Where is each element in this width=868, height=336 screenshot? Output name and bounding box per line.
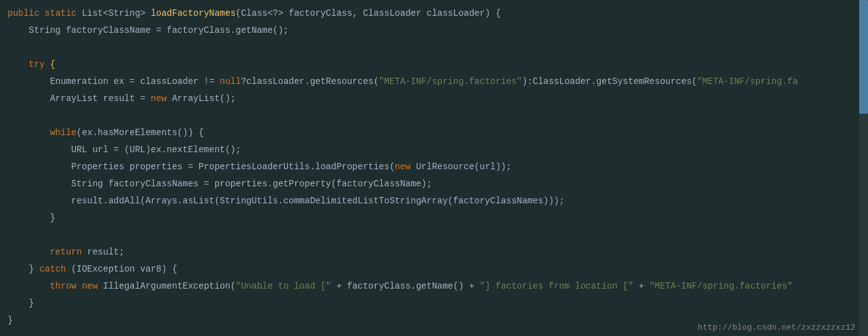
code-line-6: ArrayList result = new ArrayList(); — [0, 90, 868, 107]
watermark: http://blog.csdn.net/zxzzxzzxz12 — [698, 323, 855, 332]
code-line-5: Enumeration ex = classLoader != null?cla… — [0, 73, 868, 90]
code-line-17: throw new IllegalArgumentException("Unab… — [0, 278, 868, 295]
code-line-10: Properties properties = PropertiesLoader… — [0, 159, 868, 176]
code-line-1: public static List<String> loadFactoryNa… — [0, 5, 868, 22]
code-line-12: result.addAll(Arrays.asList(StringUtils.… — [0, 193, 868, 210]
code-line-11: String factoryClassNames = properties.ge… — [0, 176, 868, 193]
code-line-2: String factoryClassName = factoryClass.g… — [0, 22, 868, 39]
code-line-16: } catch (IOException var8) { — [0, 261, 868, 278]
code-line-18: } — [0, 295, 868, 312]
code-line-13: } — [0, 210, 868, 227]
code-line-14 — [0, 227, 868, 244]
code-line-7 — [0, 107, 868, 124]
scrollbar-thumb[interactable] — [859, 0, 868, 114]
code-line-15: return result; — [0, 244, 868, 261]
code-line-9: URL url = (URL)ex.nextElement(); — [0, 141, 868, 159]
code-line-3 — [0, 39, 868, 56]
code-content: public static List<String> loadFactoryNa… — [0, 5, 868, 329]
scrollbar[interactable] — [859, 0, 868, 336]
code-line-8: while(ex.hasMoreElements()) { — [0, 124, 868, 141]
code-line-4: try { — [0, 56, 868, 73]
code-container: public static List<String> loadFactoryNa… — [0, 0, 868, 336]
